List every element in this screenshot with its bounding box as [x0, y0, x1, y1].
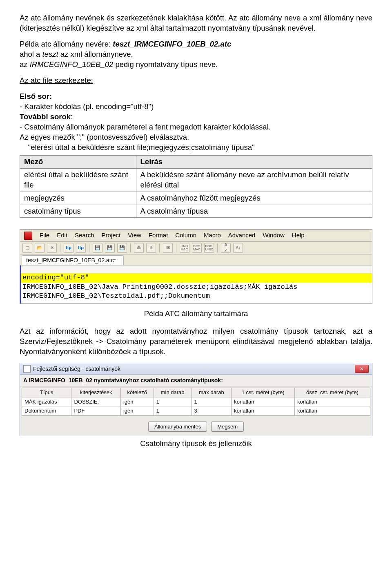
text-editor-window: File Edit Search Project View Format Col…	[20, 229, 372, 304]
print-preview-icon[interactable]: 🗎	[146, 243, 156, 253]
menu-edit[interactable]: Edit	[57, 231, 67, 239]
first-row-block: Első sor: - Karakter kódolás (pl. encodi…	[20, 91, 372, 112]
dialog-close-button[interactable]: ✕	[355, 365, 369, 373]
fields-head-desc: Leírás	[136, 155, 372, 168]
save-as-icon[interactable]: 💾	[105, 243, 115, 253]
fields-table: Mező Leírás elérési úttal a beküldésre s…	[20, 155, 372, 218]
save-all-icon[interactable]: 💾	[117, 243, 127, 253]
editor-tab-bar[interactable]: teszt_IRMCEGINFO_10EB_02.atc*	[20, 254, 372, 265]
table-row: elérési úttal a beküldésre szánt file A …	[20, 168, 372, 192]
sort-icon[interactable]: A↓	[233, 243, 243, 253]
menu-advanced[interactable]: Advanced	[228, 231, 256, 239]
paragraph-info: Azt az információt, hogy az adott nyomta…	[20, 326, 372, 357]
cancel-button[interactable]: Mégsem	[211, 422, 244, 432]
format-dos-unix-icon[interactable]: DOSUNIX	[204, 243, 214, 253]
paragraph-example-name: Példa atc állomány nevére: teszt_IRMCEGI…	[20, 39, 372, 70]
editor-text-area[interactable]: encoding="utf-8" IRMCEGINFO_10EB_02\Java…	[20, 265, 372, 304]
save-icon[interactable]: 💾	[93, 243, 102, 253]
format-unix-icon[interactable]: UNIXMAC	[180, 243, 189, 253]
editor-ruler	[20, 266, 372, 273]
attachment-types-dialog: Fejlesztői segítség - csatolmányok ✕ A I…	[20, 363, 372, 436]
new-file-icon[interactable]: ▢	[22, 243, 32, 253]
further-rows-block: További sorok: - Csatolmány állományok p…	[20, 112, 372, 153]
save-to-file-button[interactable]: Állományba mentés	[148, 422, 207, 432]
menu-window[interactable]: Window	[263, 231, 284, 239]
mail-icon[interactable]: ✉	[163, 243, 173, 253]
editor-line-1[interactable]: encoding="utf-8"	[20, 273, 372, 283]
app-icon	[24, 232, 32, 240]
editor-tab[interactable]: teszt_IRMCEGINFO_10EB_02.atc*	[22, 255, 124, 265]
java-icon	[23, 365, 31, 373]
ftp-open-icon[interactable]: ftp	[64, 243, 74, 253]
table-row: MÁK igazolás DOSSZIE; igen 1 1 korlátlan…	[22, 397, 370, 406]
table-row: csatolmány típus A csatolmány típusa	[20, 205, 372, 218]
menu-view[interactable]: View	[128, 231, 141, 239]
heading-file-structure: Az atc file szerkezete:	[20, 76, 372, 86]
editor-menubar[interactable]: File Edit Search Project View Format Col…	[20, 230, 372, 241]
editor-line-3[interactable]: IRMCEGINFO_10EB_02\Tesztoldal.pdf;;Dokum…	[20, 292, 372, 301]
menu-file[interactable]: File	[40, 231, 49, 239]
menu-format[interactable]: Format	[149, 231, 168, 239]
table-row: Dokumentum PDF igen 1 3 korlátlan korlát…	[22, 406, 370, 416]
menu-column[interactable]: Column	[175, 231, 196, 239]
dialog-heading: A IRMCEGINFO_10EB_02 nyomtatványhoz csat…	[20, 375, 372, 386]
dialog-title-text: Fejlesztői segítség - csatolmányok	[33, 365, 120, 373]
open-file-icon[interactable]: 📂	[35, 243, 45, 253]
menu-help[interactable]: Help	[292, 231, 305, 239]
fields-head-field: Mező	[20, 155, 136, 168]
attachment-types-table: Típus kiterjesztések kötelező min darab …	[22, 388, 370, 416]
close-icon[interactable]: ✕	[47, 243, 57, 253]
text-case-icon[interactable]: AZ	[221, 243, 231, 253]
ftp-save-icon[interactable]: ftp	[76, 243, 86, 253]
editor-toolbar[interactable]: ▢ 📂 ✕ ftp ftp 💾 💾 💾 🖶 🗎 ✉ UNIXMAC DOSMAC…	[20, 242, 372, 254]
caption-atc-example: Példa ATC állomány tartalmára	[20, 309, 372, 319]
dialog-titlebar[interactable]: Fejlesztői segítség - csatolmányok ✕	[20, 363, 372, 375]
menu-macro[interactable]: Macro	[204, 231, 221, 239]
paragraph-intro: Az atc állomány nevének és szerkezetének…	[20, 13, 372, 33]
table-row: megjegyzés A csatolmányhoz fűzött megjeg…	[20, 192, 372, 205]
format-dos-icon[interactable]: DOSMAC	[192, 243, 202, 253]
menu-search[interactable]: Search	[75, 231, 94, 239]
menu-project[interactable]: Project	[102, 231, 121, 239]
caption-attachment-types: Csatolmány típusok és jellemzőik	[20, 439, 372, 449]
print-icon[interactable]: 🖶	[134, 243, 144, 253]
editor-line-2[interactable]: IRMCEGINFO_10EB_02\Java Printing0002.dos…	[20, 283, 372, 292]
